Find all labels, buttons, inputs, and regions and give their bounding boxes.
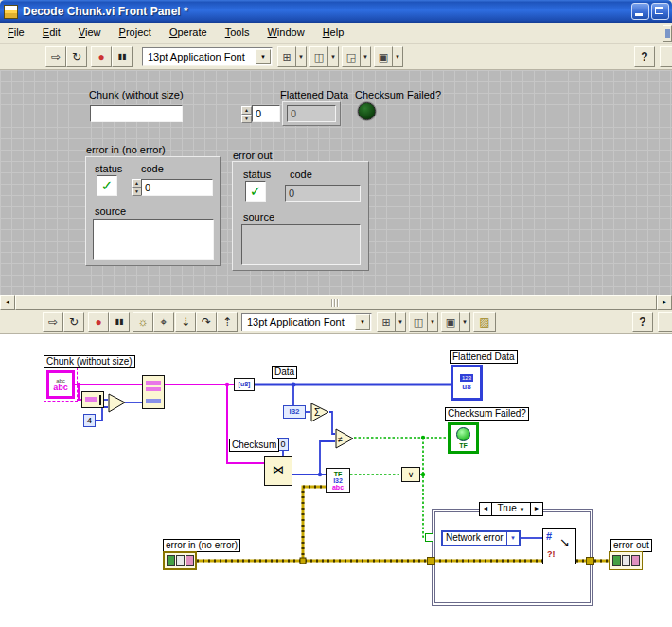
error-ring-value: Network error: [443, 532, 506, 545]
abort-button[interactable]: ●: [88, 312, 109, 332]
case-prev-icon[interactable]: ◄: [480, 503, 491, 515]
chevron-down-icon[interactable]: ▼: [393, 46, 403, 67]
chevron-down-icon[interactable]: ▼: [396, 312, 406, 332]
reorder-objects-dropdown[interactable]: ▣ ▼: [441, 312, 470, 332]
or-node[interactable]: ∨: [401, 467, 420, 482]
run-button[interactable]: ⇨: [43, 312, 63, 332]
source-field[interactable]: [93, 219, 214, 260]
pause-button[interactable]: ▮▮: [109, 312, 130, 332]
abort-button[interactable]: ●: [91, 46, 112, 67]
menu-project[interactable]: Project: [112, 23, 159, 41]
distribute-objects-dropdown[interactable]: ◫ ▼: [409, 312, 438, 332]
step-into-button[interactable]: ⇣: [175, 312, 196, 332]
reorder-objects-icon: ▣: [441, 312, 460, 332]
flattened-data-terminal[interactable]: 123 u8: [451, 365, 483, 401]
align-objects-dropdown[interactable]: ⊞ ▼: [277, 46, 307, 67]
maximize-button[interactable]: [651, 3, 669, 20]
case-selector-label[interactable]: ◄ True ▼ ►: [479, 502, 543, 516]
spin-down-icon[interactable]: ▼: [241, 115, 252, 123]
chevron-down-icon[interactable]: ▼: [428, 312, 438, 332]
bool-type-text: TF: [334, 471, 343, 477]
chevron-down-icon[interactable]: ▼: [328, 46, 339, 67]
chevron-down-icon[interactable]: ▼: [460, 312, 470, 332]
distribute-objects-dropdown[interactable]: ◫ ▼: [309, 46, 339, 67]
maximize-icon: [655, 7, 663, 14]
resize-objects-dropdown[interactable]: ◲ ▼: [342, 46, 371, 67]
run-button[interactable]: ⇨: [45, 46, 66, 67]
retain-wire-values-button[interactable]: ⌖: [153, 312, 174, 332]
font-ring[interactable]: 13pt Application Font ▼: [241, 313, 372, 331]
error-in-cluster: status code ✓ ▲ ▼ 0 source: [85, 156, 221, 266]
chevron-down-icon[interactable]: ▼: [361, 46, 371, 67]
highlight-execution-button[interactable]: ☼: [133, 312, 153, 332]
error-cluster-from-error-code-node[interactable]: # ↘ ?!: [542, 528, 576, 564]
case-selector-value[interactable]: True ▼: [491, 503, 531, 515]
run-continuous-button[interactable]: ↻: [66, 46, 87, 67]
menu-operate[interactable]: Operate: [162, 23, 215, 41]
menu-file[interactable]: File: [0, 23, 32, 41]
window-title: Decode Chunk.vi Front Panel *: [23, 5, 629, 18]
help-button[interactable]: ?: [634, 46, 655, 67]
error-tunnel-left[interactable]: [427, 557, 435, 565]
menu-edit[interactable]: Edit: [35, 23, 68, 41]
add-array-elements-node[interactable]: Σ: [310, 403, 330, 422]
string-to-byte-array-node[interactable]: [u8]: [234, 378, 255, 391]
flattened-index-field[interactable]: 0: [252, 105, 280, 122]
block-diagram-toolbar: ⇨ ↻ ● ▮▮ ☼ ⌖ ⇣ ↷ ⇡ 13pt Application Font…: [0, 310, 672, 334]
menubar: File Edit View Project Operate Tools Win…: [0, 23, 672, 44]
code-label: code: [290, 169, 312, 180]
menu-window[interactable]: Window: [259, 23, 311, 41]
flattened-array-frame: 0: [282, 101, 341, 126]
case-selector-terminal[interactable]: [425, 533, 433, 542]
horizontal-scrollbar[interactable]: ◄ ►: [0, 295, 672, 310]
error-ring-constant[interactable]: Network error ▼: [441, 530, 521, 546]
thumb-grip-icon: [331, 299, 340, 307]
spin-up-icon[interactable]: ▲: [241, 106, 252, 115]
font-ring[interactable]: 13pt Application Font ▼: [142, 47, 273, 66]
titlebar[interactable]: Decode Chunk.vi Front Panel *: [0, 0, 672, 23]
cleanup-diagram-button[interactable]: ▨: [473, 312, 496, 332]
scroll-right-icon[interactable]: ►: [657, 295, 672, 310]
error-tunnel-right[interactable]: [586, 557, 594, 565]
menu-view[interactable]: View: [71, 23, 109, 41]
step-out-button[interactable]: ⇡: [217, 312, 238, 332]
flattened-index-spinner[interactable]: ▲ ▼: [241, 106, 252, 123]
run-continuous-button[interactable]: ↻: [63, 312, 84, 332]
case-next-icon[interactable]: ►: [531, 503, 542, 515]
typecast-node[interactable]: ⋈: [264, 456, 292, 486]
align-objects-dropdown[interactable]: ⊞ ▼: [377, 312, 406, 332]
numeric-constant-4[interactable]: 4: [83, 414, 96, 427]
unflatten-from-string-node[interactable]: TF I32 abc: [326, 468, 350, 493]
minimize-button[interactable]: [631, 3, 649, 20]
scrollbar-thumb[interactable]: [15, 295, 657, 310]
i32-conversion-node[interactable]: I32: [283, 405, 306, 419]
subtract-node[interactable]: [108, 393, 126, 413]
chevron-down-icon[interactable]: ▼: [355, 314, 370, 330]
flattened-data-terminal-label: Flattened Data: [450, 350, 518, 364]
help-button[interactable]: ?: [632, 312, 653, 332]
string-subset-node[interactable]: [142, 375, 165, 409]
chevron-down-icon[interactable]: ▼: [506, 532, 519, 545]
checksum-failed-terminal[interactable]: TF: [448, 422, 479, 454]
numeric-icon: [146, 399, 161, 403]
error-out-terminal[interactable]: [609, 551, 643, 570]
code-field[interactable]: 0: [141, 179, 213, 196]
menu-help[interactable]: Help: [315, 23, 352, 41]
error-in-terminal[interactable]: [163, 551, 197, 570]
chunk-string-terminal[interactable]: abc abc: [46, 370, 75, 399]
scroll-left-icon[interactable]: ◄: [0, 295, 15, 310]
distribute-objects-icon: ◫: [409, 312, 428, 332]
not-equal-node[interactable]: ≠: [335, 428, 355, 450]
status-checkbox[interactable]: ✓: [97, 175, 117, 196]
string-length-node[interactable]: [81, 391, 104, 408]
chevron-down-icon[interactable]: ▼: [256, 49, 271, 64]
chunk-terminal-label: Chunk (without size): [44, 355, 135, 368]
step-over-button[interactable]: ↷: [196, 312, 217, 332]
code-indicator: 0: [285, 185, 361, 202]
chevron-down-icon[interactable]: ▼: [296, 46, 307, 67]
reorder-objects-dropdown[interactable]: ▣ ▼: [374, 46, 403, 67]
chunk-string-control[interactable]: [90, 105, 183, 122]
case-name: True: [498, 503, 517, 513]
menu-tools[interactable]: Tools: [218, 23, 257, 41]
pause-button[interactable]: ▮▮: [112, 46, 133, 67]
